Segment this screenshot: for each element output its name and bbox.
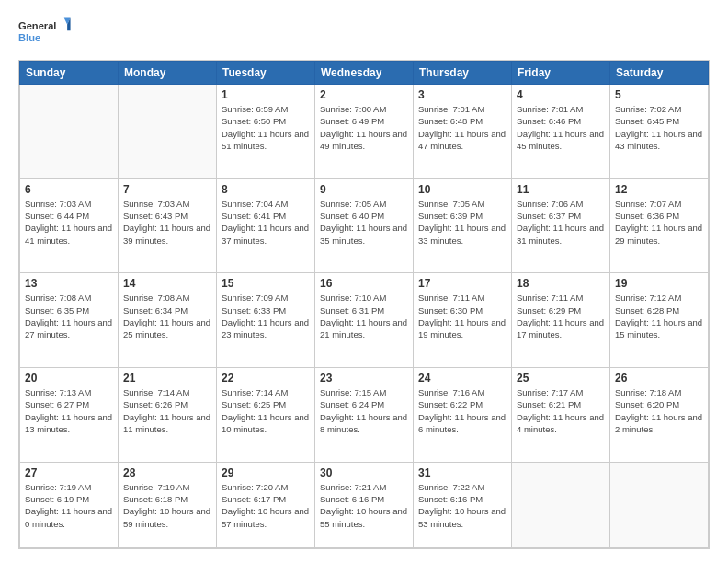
- day-info: Sunrise: 7:08 AM Sunset: 6:35 PM Dayligh…: [25, 292, 113, 340]
- day-cell: 18Sunrise: 7:11 AM Sunset: 6:29 PM Dayli…: [512, 273, 610, 368]
- day-number: 25: [517, 372, 605, 385]
- day-info: Sunrise: 7:19 AM Sunset: 6:19 PM Dayligh…: [25, 481, 113, 530]
- day-number: 21: [123, 372, 211, 385]
- day-info: Sunrise: 7:12 AM Sunset: 6:28 PM Dayligh…: [615, 292, 703, 340]
- day-info: Sunrise: 7:05 AM Sunset: 6:39 PM Dayligh…: [418, 198, 506, 247]
- day-cell: 9Sunrise: 7:05 AM Sunset: 6:40 PM Daylig…: [315, 178, 414, 273]
- day-number: 1: [222, 88, 310, 101]
- day-cell: 6Sunrise: 7:03 AM Sunset: 6:44 PM Daylig…: [20, 178, 119, 273]
- day-info: Sunrise: 7:01 AM Sunset: 6:48 PM Dayligh…: [418, 103, 506, 152]
- day-info: Sunrise: 7:03 AM Sunset: 6:44 PM Dayligh…: [25, 198, 113, 247]
- day-cell: [610, 462, 709, 547]
- day-info: Sunrise: 7:17 AM Sunset: 6:21 PM Dayligh…: [517, 386, 605, 435]
- day-number: 19: [615, 277, 703, 290]
- day-info: Sunrise: 7:11 AM Sunset: 6:30 PM Dayligh…: [418, 292, 506, 340]
- weekday-header: Thursday: [414, 62, 512, 85]
- day-info: Sunrise: 7:16 AM Sunset: 6:22 PM Dayligh…: [418, 386, 506, 435]
- day-info: Sunrise: 7:21 AM Sunset: 6:16 PM Dayligh…: [320, 481, 408, 530]
- day-info: Sunrise: 7:10 AM Sunset: 6:31 PM Dayligh…: [320, 292, 408, 340]
- day-number: 13: [25, 277, 113, 290]
- day-info: Sunrise: 6:59 AM Sunset: 6:50 PM Dayligh…: [222, 103, 310, 152]
- weekday-header: Tuesday: [217, 62, 315, 85]
- day-cell: [20, 85, 119, 179]
- day-cell: 22Sunrise: 7:14 AM Sunset: 6:25 PM Dayli…: [217, 367, 315, 462]
- day-cell: 12Sunrise: 7:07 AM Sunset: 6:36 PM Dayli…: [610, 178, 709, 273]
- calendar: SundayMondayTuesdayWednesdayThursdayFrid…: [18, 60, 710, 549]
- day-cell: 5Sunrise: 7:02 AM Sunset: 6:45 PM Daylig…: [610, 85, 709, 179]
- day-cell: 14Sunrise: 7:08 AM Sunset: 6:34 PM Dayli…: [119, 273, 217, 368]
- day-cell: 28Sunrise: 7:19 AM Sunset: 6:18 PM Dayli…: [119, 462, 217, 547]
- day-info: Sunrise: 7:13 AM Sunset: 6:27 PM Dayligh…: [25, 386, 113, 435]
- day-cell: 17Sunrise: 7:11 AM Sunset: 6:30 PM Dayli…: [414, 273, 512, 368]
- day-info: Sunrise: 7:02 AM Sunset: 6:45 PM Dayligh…: [615, 103, 703, 152]
- day-number: 9: [320, 183, 408, 196]
- logo: General Blue: [18, 14, 74, 51]
- day-cell: 20Sunrise: 7:13 AM Sunset: 6:27 PM Dayli…: [20, 367, 119, 462]
- day-info: Sunrise: 7:03 AM Sunset: 6:43 PM Dayligh…: [123, 198, 211, 247]
- day-cell: 2Sunrise: 7:00 AM Sunset: 6:49 PM Daylig…: [315, 85, 414, 179]
- weekday-header: Wednesday: [315, 62, 414, 85]
- day-number: 4: [517, 88, 605, 101]
- weekday-header: Friday: [512, 62, 610, 85]
- day-number: 17: [418, 277, 506, 290]
- day-info: Sunrise: 7:15 AM Sunset: 6:24 PM Dayligh…: [320, 386, 408, 435]
- day-number: 11: [517, 183, 605, 196]
- weekday-header: Saturday: [610, 62, 709, 85]
- day-info: Sunrise: 7:19 AM Sunset: 6:18 PM Dayligh…: [123, 481, 211, 530]
- day-cell: 10Sunrise: 7:05 AM Sunset: 6:39 PM Dayli…: [414, 178, 512, 273]
- day-number: 23: [320, 372, 408, 385]
- day-info: Sunrise: 7:09 AM Sunset: 6:33 PM Dayligh…: [222, 292, 310, 340]
- weekday-header: Monday: [119, 62, 217, 85]
- day-info: Sunrise: 7:08 AM Sunset: 6:34 PM Dayligh…: [123, 292, 211, 340]
- day-number: 12: [615, 183, 703, 196]
- day-cell: [119, 85, 217, 179]
- day-info: Sunrise: 7:06 AM Sunset: 6:37 PM Dayligh…: [517, 198, 605, 247]
- day-cell: 23Sunrise: 7:15 AM Sunset: 6:24 PM Dayli…: [315, 367, 414, 462]
- page: General Blue SundayMondayTuesdayWednesda…: [0, 0, 728, 563]
- day-number: 7: [123, 183, 211, 196]
- day-cell: 24Sunrise: 7:16 AM Sunset: 6:22 PM Dayli…: [414, 367, 512, 462]
- day-number: 26: [615, 372, 703, 385]
- day-number: 10: [418, 183, 506, 196]
- day-cell: 31Sunrise: 7:22 AM Sunset: 6:16 PM Dayli…: [414, 462, 512, 547]
- day-number: 31: [418, 466, 506, 479]
- day-number: 29: [222, 466, 310, 479]
- day-info: Sunrise: 7:20 AM Sunset: 6:17 PM Dayligh…: [222, 481, 310, 530]
- day-number: 28: [123, 466, 211, 479]
- day-cell: 29Sunrise: 7:20 AM Sunset: 6:17 PM Dayli…: [217, 462, 315, 547]
- day-cell: 30Sunrise: 7:21 AM Sunset: 6:16 PM Dayli…: [315, 462, 414, 547]
- day-cell: 15Sunrise: 7:09 AM Sunset: 6:33 PM Dayli…: [217, 273, 315, 368]
- day-number: 3: [418, 88, 506, 101]
- day-info: Sunrise: 7:18 AM Sunset: 6:20 PM Dayligh…: [615, 386, 703, 435]
- day-number: 30: [320, 466, 408, 479]
- day-number: 6: [25, 183, 113, 196]
- day-cell: 25Sunrise: 7:17 AM Sunset: 6:21 PM Dayli…: [512, 367, 610, 462]
- day-number: 27: [25, 466, 113, 479]
- day-info: Sunrise: 7:07 AM Sunset: 6:36 PM Dayligh…: [615, 198, 703, 247]
- day-number: 2: [320, 88, 408, 101]
- day-number: 14: [123, 277, 211, 290]
- day-info: Sunrise: 7:00 AM Sunset: 6:49 PM Dayligh…: [320, 103, 408, 152]
- day-info: Sunrise: 7:22 AM Sunset: 6:16 PM Dayligh…: [418, 481, 506, 530]
- day-number: 20: [25, 372, 113, 385]
- day-number: 8: [222, 183, 310, 196]
- svg-text:Blue: Blue: [18, 32, 40, 43]
- day-info: Sunrise: 7:05 AM Sunset: 6:40 PM Dayligh…: [320, 198, 408, 247]
- day-number: 22: [222, 372, 310, 385]
- day-cell: 16Sunrise: 7:10 AM Sunset: 6:31 PM Dayli…: [315, 273, 414, 368]
- day-cell: 1Sunrise: 6:59 AM Sunset: 6:50 PM Daylig…: [217, 85, 315, 179]
- day-number: 16: [320, 277, 408, 290]
- logo-svg: General Blue: [18, 14, 74, 51]
- day-number: 15: [222, 277, 310, 290]
- day-cell: 21Sunrise: 7:14 AM Sunset: 6:26 PM Dayli…: [119, 367, 217, 462]
- day-cell: 19Sunrise: 7:12 AM Sunset: 6:28 PM Dayli…: [610, 273, 709, 368]
- day-cell: 8Sunrise: 7:04 AM Sunset: 6:41 PM Daylig…: [217, 178, 315, 273]
- day-cell: 7Sunrise: 7:03 AM Sunset: 6:43 PM Daylig…: [119, 178, 217, 273]
- day-info: Sunrise: 7:04 AM Sunset: 6:41 PM Dayligh…: [222, 198, 310, 247]
- day-number: 24: [418, 372, 506, 385]
- day-number: 18: [517, 277, 605, 290]
- day-info: Sunrise: 7:01 AM Sunset: 6:46 PM Dayligh…: [517, 103, 605, 152]
- header: General Blue: [18, 14, 710, 51]
- day-cell: [512, 462, 610, 547]
- day-info: Sunrise: 7:11 AM Sunset: 6:29 PM Dayligh…: [517, 292, 605, 340]
